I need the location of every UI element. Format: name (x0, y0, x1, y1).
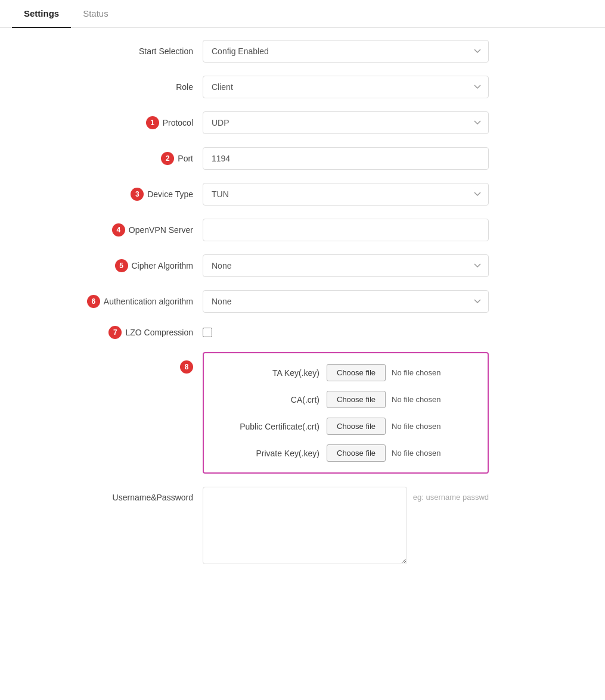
role-select[interactable]: Client Server (203, 76, 489, 98)
protocol-badge: 1 (146, 116, 159, 129)
role-row: Role Client Server (36, 76, 569, 98)
form-container: Start Selection Config Enabled Disabled … (0, 28, 605, 601)
start-selection-label: Start Selection (36, 46, 203, 56)
username-password-control: eg: username passwd (203, 487, 489, 564)
device-type-label: 3 Device Type (36, 188, 203, 201)
lzo-compression-control (203, 328, 489, 337)
protocol-label: 1 Protocol (36, 116, 203, 129)
tab-status[interactable]: Status (71, 0, 120, 28)
public-cert-label: Public Certificate(.crt) (213, 422, 327, 431)
device-type-control: TUN TAP (203, 183, 489, 206)
file-section-box: TA Key(.key) Choose file No file chosen … (203, 352, 489, 474)
ca-crt-status: No file chosen (392, 395, 440, 404)
device-type-badge: 3 (131, 188, 144, 201)
ta-key-status: No file chosen (392, 368, 440, 377)
auth-algorithm-select[interactable]: None SHA1 SHA256 MD5 (203, 290, 489, 313)
openvpn-server-row: 4 OpenVPN Server (36, 219, 569, 241)
port-input[interactable] (203, 147, 489, 170)
device-type-select[interactable]: TUN TAP (203, 183, 489, 206)
openvpn-server-label: 4 OpenVPN Server (36, 223, 203, 237)
public-cert-row: Public Certificate(.crt) Choose file No … (213, 413, 478, 440)
ta-key-choose-button[interactable]: Choose file (327, 364, 386, 381)
auth-algorithm-row: 6 Authentication algorithm None SHA1 SHA… (36, 290, 569, 313)
private-key-status: No file chosen (392, 449, 440, 458)
openvpn-server-control (203, 219, 489, 241)
role-label: Role (36, 82, 203, 92)
openvpn-server-input[interactable] (203, 219, 489, 241)
username-password-placeholder: eg: username passwd (413, 487, 489, 502)
lzo-compression-label: 7 LZO Compression (36, 326, 203, 339)
file-section-row: 8 TA Key(.key) Choose file No file chose… (36, 352, 569, 474)
ta-key-label: TA Key(.key) (213, 368, 327, 378)
auth-algorithm-badge: 6 (87, 295, 100, 308)
username-password-row: Username&Password eg: username passwd (36, 487, 569, 564)
lzo-compression-checkbox[interactable] (203, 328, 212, 337)
lzo-compression-row: 7 LZO Compression (36, 326, 569, 339)
port-row: 2 Port (36, 147, 569, 170)
ca-crt-choose-button[interactable]: Choose file (327, 391, 386, 408)
protocol-select[interactable]: UDP TCP (203, 111, 489, 134)
tab-settings[interactable]: Settings (12, 0, 71, 28)
start-selection-row: Start Selection Config Enabled Disabled … (36, 40, 569, 63)
device-type-row: 3 Device Type TUN TAP (36, 183, 569, 206)
cipher-algorithm-label: 5 Cipher Algorithm (36, 259, 203, 272)
username-password-textarea[interactable] (203, 487, 407, 564)
lzo-compression-badge: 7 (108, 326, 122, 339)
auth-algorithm-control: None SHA1 SHA256 MD5 (203, 290, 489, 313)
port-badge: 2 (161, 152, 174, 165)
cipher-algorithm-select[interactable]: None AES-128-CBC AES-256-CBC Blowfish (203, 254, 489, 277)
start-selection-control: Config Enabled Disabled Enabled (203, 40, 489, 63)
protocol-control: UDP TCP (203, 111, 489, 134)
file-section-label-col: 8 (36, 352, 203, 374)
file-section-badge: 8 (180, 360, 193, 374)
ca-crt-label: CA(.crt) (213, 395, 327, 405)
cipher-algorithm-badge: 5 (115, 259, 128, 272)
private-key-label: Private Key(.key) (213, 449, 327, 458)
cipher-algorithm-row: 5 Cipher Algorithm None AES-128-CBC AES-… (36, 254, 569, 277)
cipher-algorithm-control: None AES-128-CBC AES-256-CBC Blowfish (203, 254, 489, 277)
auth-algorithm-label: 6 Authentication algorithm (36, 295, 203, 308)
public-cert-choose-button[interactable]: Choose file (327, 418, 386, 435)
username-password-label: Username&Password (36, 487, 203, 502)
port-label: 2 Port (36, 152, 203, 165)
ta-key-row: TA Key(.key) Choose file No file chosen (213, 359, 478, 386)
tabs-bar: Settings Status (0, 0, 605, 28)
start-selection-select[interactable]: Config Enabled Disabled Enabled (203, 40, 489, 63)
port-control (203, 147, 489, 170)
private-key-choose-button[interactable]: Choose file (327, 444, 386, 462)
lzo-compression-checkbox-wrapper (203, 328, 489, 337)
private-key-row: Private Key(.key) Choose file No file ch… (213, 440, 478, 466)
openvpn-server-badge: 4 (112, 223, 125, 237)
public-cert-status: No file chosen (392, 422, 440, 431)
role-control: Client Server (203, 76, 489, 98)
protocol-row: 1 Protocol UDP TCP (36, 111, 569, 134)
page-container: Settings Status Start Selection Config E… (0, 0, 605, 700)
ca-crt-row: CA(.crt) Choose file No file chosen (213, 386, 478, 413)
